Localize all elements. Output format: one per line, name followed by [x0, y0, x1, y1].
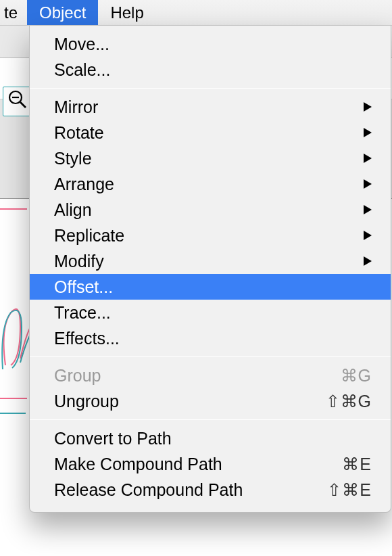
submenu-arrow-icon: [358, 128, 372, 137]
shortcut-label: ⌘G: [311, 366, 372, 386]
design-artwork: [0, 284, 30, 379]
menu-prev-partial[interactable]: te: [0, 0, 27, 25]
menu-item-label: Release Compound Path: [54, 480, 311, 500]
shortcut-label: ⇧⌘E: [311, 480, 372, 500]
menu-item-style[interactable]: Style: [30, 145, 391, 171]
menu-item-modify[interactable]: Modify: [30, 248, 391, 274]
menu-item-replicate[interactable]: Replicate: [30, 223, 391, 248]
submenu-arrow-icon: [358, 231, 372, 240]
menu-item-label: Scale...: [54, 60, 372, 80]
menu-item-label: Effects...: [54, 329, 372, 348]
menu-item-label: Offset...: [54, 277, 372, 297]
design-stroke: [0, 208, 27, 210]
submenu-arrow-icon: [358, 102, 372, 112]
zoom-out-icon: [7, 89, 28, 114]
menu-item-make-compound-path[interactable]: Make Compound Path ⌘E: [30, 451, 391, 477]
menu-item-label: Ungroup: [54, 392, 311, 411]
menu-item-release-compound-path[interactable]: Release Compound Path ⇧⌘E: [30, 477, 391, 503]
design-stroke: [0, 413, 26, 414]
menu-item-label: Arrange: [54, 175, 358, 194]
menu-item-label: Trace...: [54, 303, 372, 323]
object-menu-dropdown: Move... Scale... Mirror Rotate Style Arr…: [29, 26, 391, 513]
zoom-out-button[interactable]: [3, 87, 32, 116]
menu-item-ungroup[interactable]: Ungroup ⇧⌘G: [30, 388, 391, 414]
menu-item-arrange[interactable]: Arrange: [30, 171, 391, 197]
shortcut-label: ⌘E: [311, 455, 372, 474]
menu-item-label: Mirror: [54, 97, 358, 117]
menu-item-label: Make Compound Path: [54, 455, 311, 474]
menu-item-label: Replicate: [54, 226, 358, 246]
menu-item-label: Style: [54, 149, 358, 168]
menu-item-scale[interactable]: Scale...: [30, 57, 391, 83]
shortcut-label: ⇧⌘G: [311, 392, 372, 411]
menu-item-convert-to-path[interactable]: Convert to Path: [30, 425, 391, 451]
menu-item-label: Rotate: [54, 123, 358, 143]
menu-item-offset[interactable]: Offset...: [30, 274, 391, 300]
submenu-arrow-icon: [358, 154, 372, 163]
menu-item-rotate[interactable]: Rotate: [30, 120, 391, 145]
menu-item-label: Align: [54, 200, 358, 220]
menu-item-label: Move...: [54, 34, 372, 54]
submenu-arrow-icon: [358, 256, 372, 266]
menu-separator: [30, 88, 391, 89]
menu-bar: te Object Help: [0, 0, 392, 26]
menu-item-label: Modify: [54, 252, 358, 271]
menu-object[interactable]: Object: [27, 0, 98, 25]
menu-item-label: Group: [54, 366, 311, 386]
menu-separator: [30, 356, 391, 357]
menu-item-label: Convert to Path: [54, 429, 372, 448]
menu-item-effects[interactable]: Effects...: [30, 325, 391, 351]
menu-help[interactable]: Help: [98, 0, 155, 25]
menu-item-mirror[interactable]: Mirror: [30, 94, 391, 120]
submenu-arrow-icon: [358, 205, 372, 214]
menu-item-align[interactable]: Align: [30, 197, 391, 223]
menu-item-move[interactable]: Move...: [30, 31, 391, 57]
svg-line-1: [20, 102, 26, 108]
design-stroke: [0, 398, 27, 399]
menu-separator: [30, 419, 391, 420]
menu-item-trace[interactable]: Trace...: [30, 300, 391, 325]
submenu-arrow-icon: [358, 179, 372, 189]
menu-item-group: Group ⌘G: [30, 363, 391, 388]
